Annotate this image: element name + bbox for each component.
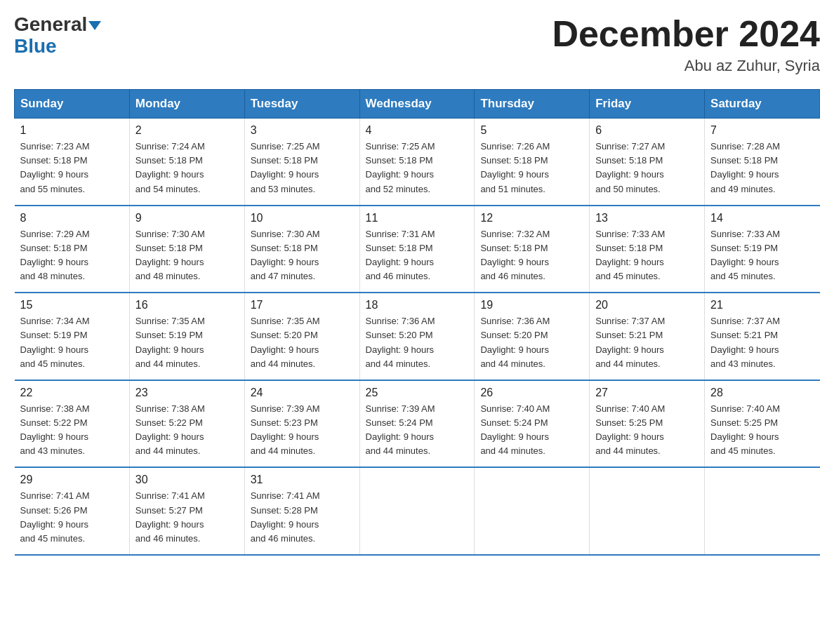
day-info: Sunrise: 7:30 AM Sunset: 5:18 PM Dayligh… — [251, 227, 354, 284]
title-block: December 2024 Abu az Zuhur, Syria — [552, 14, 820, 75]
calendar-week-row: 8 Sunrise: 7:29 AM Sunset: 5:18 PM Dayli… — [15, 206, 820, 293]
day-info: Sunrise: 7:37 AM Sunset: 5:21 PM Dayligh… — [710, 314, 814, 371]
day-number: 8 — [20, 212, 124, 224]
day-info: Sunrise: 7:33 AM Sunset: 5:18 PM Dayligh… — [595, 227, 699, 284]
day-info: Sunrise: 7:38 AM Sunset: 5:22 PM Dayligh… — [20, 402, 124, 459]
table-row: 12 Sunrise: 7:32 AM Sunset: 5:18 PM Dayl… — [475, 206, 590, 293]
day-info: Sunrise: 7:40 AM Sunset: 5:25 PM Dayligh… — [595, 402, 699, 459]
day-info: Sunrise: 7:25 AM Sunset: 5:18 PM Dayligh… — [366, 140, 469, 196]
day-info: Sunrise: 7:37 AM Sunset: 5:21 PM Dayligh… — [595, 314, 699, 371]
table-row: 14 Sunrise: 7:33 AM Sunset: 5:19 PM Dayl… — [705, 206, 820, 293]
table-row: 27 Sunrise: 7:40 AM Sunset: 5:25 PM Dayl… — [590, 380, 705, 468]
col-tuesday: Tuesday — [244, 90, 359, 119]
table-row: 4 Sunrise: 7:25 AM Sunset: 5:18 PM Dayli… — [359, 119, 475, 206]
day-number: 26 — [480, 387, 583, 399]
day-number: 13 — [595, 212, 699, 224]
day-number: 31 — [251, 474, 354, 486]
day-info: Sunrise: 7:39 AM Sunset: 5:24 PM Dayligh… — [366, 402, 469, 459]
table-row: 9 Sunrise: 7:30 AM Sunset: 5:18 PM Dayli… — [129, 206, 244, 293]
location: Abu az Zuhur, Syria — [552, 57, 820, 75]
table-row: 29 Sunrise: 7:41 AM Sunset: 5:26 PM Dayl… — [15, 467, 130, 555]
table-row: 24 Sunrise: 7:39 AM Sunset: 5:23 PM Dayl… — [244, 380, 359, 468]
day-info: Sunrise: 7:29 AM Sunset: 5:18 PM Dayligh… — [20, 227, 124, 284]
day-number: 9 — [135, 212, 239, 224]
month-title: December 2024 — [552, 14, 820, 54]
table-row — [475, 467, 590, 555]
table-row: 25 Sunrise: 7:39 AM Sunset: 5:24 PM Dayl… — [359, 380, 475, 468]
day-number: 14 — [710, 212, 814, 224]
col-sunday: Sunday — [15, 90, 130, 119]
day-info: Sunrise: 7:27 AM Sunset: 5:18 PM Dayligh… — [595, 140, 699, 196]
day-info: Sunrise: 7:32 AM Sunset: 5:18 PM Dayligh… — [480, 227, 583, 284]
day-number: 18 — [366, 299, 469, 311]
day-info: Sunrise: 7:40 AM Sunset: 5:24 PM Dayligh… — [480, 402, 583, 459]
calendar-week-row: 15 Sunrise: 7:34 AM Sunset: 5:19 PM Dayl… — [15, 293, 820, 380]
day-number: 20 — [595, 299, 699, 311]
table-row: 5 Sunrise: 7:26 AM Sunset: 5:18 PM Dayli… — [475, 119, 590, 206]
table-row: 19 Sunrise: 7:36 AM Sunset: 5:20 PM Dayl… — [475, 293, 590, 380]
table-row: 18 Sunrise: 7:36 AM Sunset: 5:20 PM Dayl… — [359, 293, 475, 380]
table-row: 11 Sunrise: 7:31 AM Sunset: 5:18 PM Dayl… — [359, 206, 475, 293]
day-info: Sunrise: 7:33 AM Sunset: 5:19 PM Dayligh… — [710, 227, 814, 284]
day-info: Sunrise: 7:35 AM Sunset: 5:20 PM Dayligh… — [251, 314, 354, 371]
table-row: 6 Sunrise: 7:27 AM Sunset: 5:18 PM Dayli… — [590, 119, 705, 206]
day-info: Sunrise: 7:38 AM Sunset: 5:22 PM Dayligh… — [135, 402, 239, 459]
day-number: 19 — [480, 299, 583, 311]
day-info: Sunrise: 7:24 AM Sunset: 5:18 PM Dayligh… — [135, 140, 239, 196]
table-row: 15 Sunrise: 7:34 AM Sunset: 5:19 PM Dayl… — [15, 293, 130, 380]
day-number: 6 — [595, 124, 699, 137]
day-number: 2 — [135, 124, 239, 137]
table-row: 23 Sunrise: 7:38 AM Sunset: 5:22 PM Dayl… — [129, 380, 244, 468]
col-monday: Monday — [129, 90, 244, 119]
day-info: Sunrise: 7:36 AM Sunset: 5:20 PM Dayligh… — [480, 314, 583, 371]
col-wednesday: Wednesday — [359, 90, 475, 119]
day-number: 5 — [480, 124, 583, 137]
day-info: Sunrise: 7:39 AM Sunset: 5:23 PM Dayligh… — [251, 402, 354, 459]
table-row — [359, 467, 475, 555]
day-info: Sunrise: 7:26 AM Sunset: 5:18 PM Dayligh… — [480, 140, 583, 196]
day-info: Sunrise: 7:41 AM Sunset: 5:27 PM Dayligh… — [135, 489, 239, 546]
calendar-week-row: 29 Sunrise: 7:41 AM Sunset: 5:26 PM Dayl… — [15, 467, 820, 555]
day-info: Sunrise: 7:40 AM Sunset: 5:25 PM Dayligh… — [710, 402, 814, 459]
day-info: Sunrise: 7:28 AM Sunset: 5:18 PM Dayligh… — [710, 140, 814, 196]
day-number: 16 — [135, 299, 239, 311]
day-info: Sunrise: 7:35 AM Sunset: 5:19 PM Dayligh… — [135, 314, 239, 371]
day-number: 30 — [135, 474, 239, 486]
day-info: Sunrise: 7:31 AM Sunset: 5:18 PM Dayligh… — [366, 227, 469, 284]
day-number: 10 — [251, 212, 354, 224]
col-thursday: Thursday — [475, 90, 590, 119]
table-row: 17 Sunrise: 7:35 AM Sunset: 5:20 PM Dayl… — [244, 293, 359, 380]
day-number: 1 — [20, 124, 124, 137]
table-row: 30 Sunrise: 7:41 AM Sunset: 5:27 PM Dayl… — [129, 467, 244, 555]
day-info: Sunrise: 7:36 AM Sunset: 5:20 PM Dayligh… — [366, 314, 469, 371]
logo-triangle-icon — [88, 21, 101, 30]
table-row: 8 Sunrise: 7:29 AM Sunset: 5:18 PM Dayli… — [15, 206, 130, 293]
logo: General Blue — [14, 14, 101, 58]
day-number: 22 — [20, 387, 124, 399]
calendar-table: Sunday Monday Tuesday Wednesday Thursday… — [14, 89, 820, 556]
day-number: 7 — [710, 124, 814, 137]
day-number: 12 — [480, 212, 583, 224]
day-number: 3 — [251, 124, 354, 137]
logo-general: General — [14, 14, 87, 36]
logo-blue: Blue — [14, 36, 101, 58]
day-number: 23 — [135, 387, 239, 399]
page-header: General Blue December 2024 Abu az Zuhur,… — [14, 14, 820, 75]
day-number: 21 — [710, 299, 814, 311]
col-saturday: Saturday — [705, 90, 820, 119]
day-info: Sunrise: 7:23 AM Sunset: 5:18 PM Dayligh… — [20, 140, 124, 196]
day-number: 28 — [710, 387, 814, 399]
day-number: 29 — [20, 474, 124, 486]
table-row: 16 Sunrise: 7:35 AM Sunset: 5:19 PM Dayl… — [129, 293, 244, 380]
day-number: 15 — [20, 299, 124, 311]
day-number: 11 — [366, 212, 469, 224]
calendar-week-row: 1 Sunrise: 7:23 AM Sunset: 5:18 PM Dayli… — [15, 119, 820, 206]
table-row: 2 Sunrise: 7:24 AM Sunset: 5:18 PM Dayli… — [129, 119, 244, 206]
day-info: Sunrise: 7:41 AM Sunset: 5:26 PM Dayligh… — [20, 489, 124, 546]
day-number: 27 — [595, 387, 699, 399]
table-row: 28 Sunrise: 7:40 AM Sunset: 5:25 PM Dayl… — [705, 380, 820, 468]
table-row: 21 Sunrise: 7:37 AM Sunset: 5:21 PM Dayl… — [705, 293, 820, 380]
table-row: 13 Sunrise: 7:33 AM Sunset: 5:18 PM Dayl… — [590, 206, 705, 293]
day-info: Sunrise: 7:34 AM Sunset: 5:19 PM Dayligh… — [20, 314, 124, 371]
table-row: 7 Sunrise: 7:28 AM Sunset: 5:18 PM Dayli… — [705, 119, 820, 206]
